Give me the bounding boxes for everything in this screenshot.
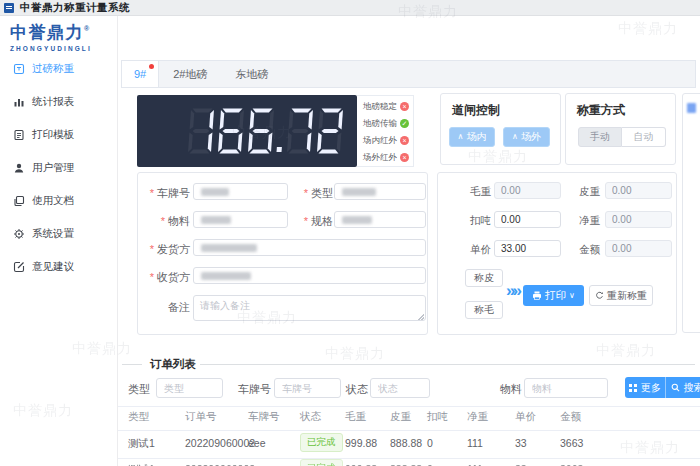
deduction-label: 扣吨	[446, 214, 491, 228]
more-button[interactable]: 更多	[625, 377, 666, 398]
sidebar-item-docs[interactable]: 使用文档	[0, 184, 118, 217]
weighbridge-icon	[13, 63, 25, 75]
tab-scale-east[interactable]: 东地磅	[222, 61, 283, 87]
gross-label: 毛重	[446, 185, 491, 199]
col-header: 扣吨	[427, 410, 448, 424]
sidebar-item-reports[interactable]: 统计报表	[0, 85, 118, 118]
search-button[interactable]: 搜索	[666, 377, 700, 398]
filter-plate-input[interactable]	[274, 378, 341, 398]
cell-gross: 999.88	[345, 437, 377, 449]
amount-input	[605, 240, 672, 257]
remark-textarea[interactable]	[193, 295, 426, 321]
material-field[interactable]	[193, 211, 288, 228]
divider	[118, 458, 700, 459]
sidebar: 中誉鼎力® ZHONGYUDINGLI 过磅称重 统计报表 打印模板 用户管理	[0, 16, 118, 466]
divider	[122, 364, 142, 365]
price-input[interactable]	[494, 240, 561, 257]
cell-net: 111	[467, 437, 483, 449]
weights-card: 毛重 皮重 扣吨 净重 单价 金额 称皮 称毛 »» 打印 ∨ 重新称重	[437, 172, 677, 335]
filter-plate-label: 车牌号	[238, 382, 271, 397]
masked-value	[201, 216, 231, 224]
weigh-gross-button[interactable]: 称毛	[465, 301, 503, 319]
filter-material-label: 物料	[500, 382, 522, 397]
shipper-field[interactable]	[193, 239, 426, 256]
gear-icon	[13, 228, 25, 240]
watermark: 中誉鼎力	[596, 342, 656, 360]
filter-type-input[interactable]	[156, 378, 223, 398]
cell-amount: 3663	[560, 437, 583, 449]
col-header: 皮重	[390, 410, 411, 424]
sidebar-item-label: 用户管理	[32, 161, 74, 175]
reweigh-button[interactable]: 重新称重	[589, 285, 653, 306]
status-scale-stable: 地磅稳定	[363, 101, 409, 112]
right-panel-partial	[682, 93, 700, 333]
orders-section-title: 订单列表	[150, 357, 196, 372]
chevron-down-icon: ∨	[569, 291, 575, 300]
sidebar-item-label: 意见建议	[32, 260, 74, 274]
status-badge: 已完成	[300, 433, 343, 452]
registered-mark: ®	[84, 25, 91, 32]
divider	[118, 406, 700, 407]
plate-field[interactable]	[193, 183, 288, 200]
brand-logo: 中誉鼎力® ZHONGYUDINGLI	[10, 21, 92, 52]
weigh-mode-title: 称重方式	[577, 102, 625, 119]
price-label: 单价	[446, 243, 491, 257]
col-header: 单价	[515, 410, 536, 424]
weigh-mode-manual[interactable]: 手动	[578, 127, 622, 147]
sidebar-nav: 过磅称重 统计报表 打印模板 用户管理 使用文档 系统设置	[0, 52, 118, 283]
masked-value	[342, 216, 372, 224]
textarea-resize-handle[interactable]	[418, 314, 424, 320]
net-label: 净重	[556, 214, 600, 228]
sidebar-item-print-templates[interactable]: 打印模板	[0, 118, 118, 151]
sidebar-item-label: 使用文档	[32, 194, 74, 208]
gross-input	[494, 182, 561, 199]
masked-value	[201, 244, 257, 252]
window-titlebar: 中誉鼎力称重计量系统	[0, 0, 700, 16]
deduction-input[interactable]	[494, 211, 561, 228]
status-infrared-inside: 场内红外	[363, 135, 409, 146]
error-circle-icon	[400, 136, 409, 145]
cell-deduction: 0	[427, 437, 433, 449]
chevron-up-icon: ∧	[512, 133, 518, 141]
tare-label: 皮重	[556, 185, 600, 199]
brand-logo-title: 中誉鼎力®	[10, 21, 92, 44]
status-scale-transmit: 地磅传输	[363, 118, 409, 129]
divider	[200, 364, 695, 365]
sidebar-item-settings[interactable]: 系统设置	[0, 217, 118, 250]
receiver-field[interactable]	[193, 267, 426, 284]
print-button[interactable]: 打印 ∨	[523, 285, 584, 306]
weight-display-digits	[184, 104, 347, 158]
tab-scale-9[interactable]: 9#	[122, 61, 159, 87]
sidebar-item-weighing[interactable]: 过磅称重	[0, 52, 118, 85]
status-badge: 已完成	[300, 459, 343, 466]
cell-status: 已完成	[300, 459, 343, 466]
cell-type: 测试1	[128, 437, 155, 451]
weigh-mode-card: 称重方式 手动 自动	[565, 93, 676, 165]
weigh-mode-auto[interactable]: 自动	[622, 127, 666, 147]
error-circle-icon	[400, 153, 409, 162]
sidebar-item-users[interactable]: 用户管理	[0, 151, 118, 184]
sidebar-item-label: 系统设置	[32, 227, 74, 241]
weigh-tare-button[interactable]: 称皮	[465, 269, 503, 287]
tab-scale-2[interactable]: 2#地磅	[159, 61, 221, 87]
watermark: 中誉鼎力	[618, 20, 678, 38]
gate-outside-button[interactable]: ∧场外	[503, 127, 550, 147]
spec-label: 规格	[296, 214, 333, 229]
filter-type-label: 类型	[128, 382, 150, 397]
sidebar-item-feedback[interactable]: 意见建议	[0, 250, 118, 283]
shipper-label: 发货方	[138, 242, 190, 257]
filter-status-input[interactable]	[370, 378, 430, 398]
masked-value	[201, 272, 251, 280]
sidebar-item-label: 过磅称重	[32, 62, 74, 76]
watermark: 中誉鼎力	[325, 345, 385, 363]
material-label: 物料	[138, 214, 190, 229]
spec-field[interactable]	[334, 211, 426, 228]
plate-label: 车牌号	[138, 186, 190, 201]
gate-inside-button[interactable]: ∧场内	[449, 127, 495, 147]
filter-material-input[interactable]	[524, 378, 608, 398]
user-icon	[13, 162, 25, 174]
tab-alert-dot	[149, 64, 154, 69]
window-title: 中誉鼎力称重计量系统	[20, 1, 130, 15]
type-field[interactable]	[334, 183, 426, 200]
col-header: 车牌号	[248, 410, 280, 424]
